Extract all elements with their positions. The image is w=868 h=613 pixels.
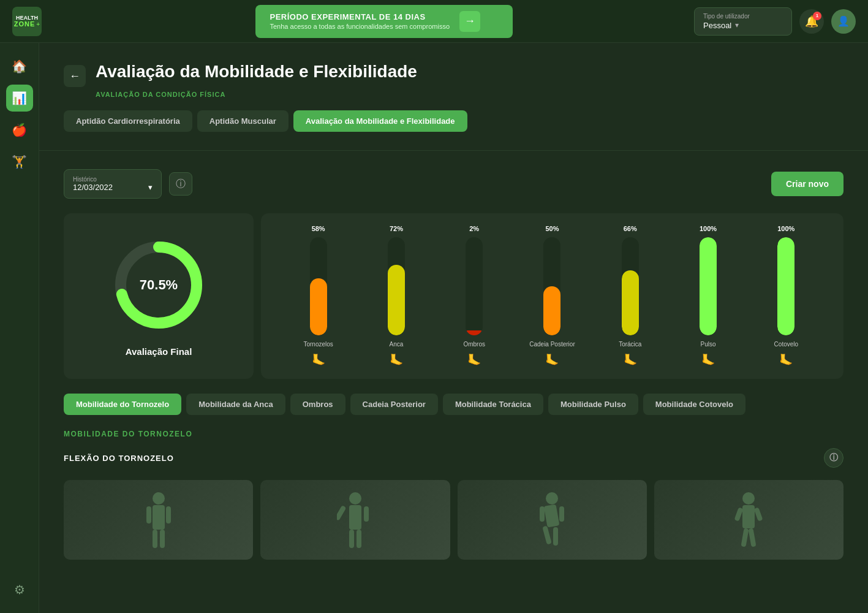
bar-col-ombros: 2% Ombros 🦶: [436, 225, 513, 367]
svg-rect-13: [357, 530, 361, 548]
svg-rect-11: [364, 506, 369, 522]
bar-icon-cotovelo: 🦶: [779, 353, 793, 367]
page-header: ← Avaliação da Mobilidade e Flexibilidad…: [64, 61, 843, 87]
bar-fill-ombros: [466, 330, 483, 335]
svg-point-8: [349, 492, 361, 504]
exercise-image-2: [260, 480, 450, 560]
bar-col-anca: 72% Anca 🦶: [357, 225, 435, 367]
notification-btn[interactable]: 🔔 1: [799, 9, 824, 34]
subsection-info-btn[interactable]: ⓘ: [824, 448, 843, 468]
logo-box: HEALTH ZONE +: [12, 7, 42, 36]
svg-rect-25: [749, 528, 757, 547]
controls-row: Histórico 12/03/2022 ▾ ⓘ Criar novo: [64, 169, 843, 199]
person-silhouette-1: [140, 489, 177, 550]
svg-point-2: [153, 492, 165, 504]
bar-pct-tornozelos: 58%: [312, 225, 325, 232]
person-silhouette-3: [534, 489, 570, 550]
page-subtitle: AVALIAÇÃO DA CONDIÇÃO FÍSICA: [96, 91, 843, 98]
sidebar-item-nutrition[interactable]: 🍎: [6, 116, 33, 143]
sidebar-item-chart[interactable]: 📊: [6, 85, 33, 112]
criar-novo-button[interactable]: Criar novo: [771, 172, 843, 196]
bar-fill-cotovelo: [777, 237, 794, 335]
bar-label-tornozelos: Tornozelos: [303, 340, 333, 348]
exercise-images: [64, 480, 843, 560]
user-avatar-btn[interactable]: 👤: [831, 9, 856, 34]
svg-rect-3: [153, 505, 165, 530]
main-layout: 🏠 📊 🍎 🏋 ⚙ ← Avaliação da Mobilidade e Fl…: [0, 43, 868, 613]
bar-icon-tornozelos: 🦶: [312, 353, 325, 367]
settings-icon: ⚙: [14, 582, 25, 597]
promo-banner[interactable]: PERÍODO EXPERIMENTAL DE 14 DIAS Tenha ac…: [255, 5, 513, 38]
bar-pct-pulso: 100%: [700, 225, 717, 232]
sidebar-item-home[interactable]: 🏠: [6, 53, 33, 80]
tab-muscular[interactable]: Aptidão Muscular: [197, 110, 289, 132]
tab-mobility[interactable]: Avaliação da Mobilidade e Flexibilidade: [293, 110, 467, 132]
promo-text: PERÍODO EXPERIMENTAL DE 14 DIAS Tenha ac…: [270, 12, 450, 30]
historico-dropdown[interactable]: Histórico 12/03/2022 ▾: [64, 169, 162, 199]
subsection-row: FLEXÃO DO TORNOZELO ⓘ: [64, 448, 843, 468]
user-icon: 👤: [837, 15, 850, 27]
bar-label-pulso: Pulso: [701, 340, 716, 348]
bar-col-tornozelos: 58% Tornozelos 🦶: [279, 225, 357, 367]
logo-text-bottom: ZONE: [14, 21, 36, 28]
bar-track-cotovelo: [777, 237, 794, 335]
exercise-image-3: [458, 480, 647, 560]
bar-label-anca: Anca: [390, 340, 404, 348]
logo: HEALTH ZONE +: [12, 7, 74, 36]
svg-rect-18: [542, 525, 551, 544]
info-button[interactable]: ⓘ: [169, 172, 192, 196]
svg-rect-6: [153, 530, 157, 548]
sidebar-item-workout[interactable]: 🏋: [6, 148, 33, 175]
bar-label-toracica: Torácica: [619, 340, 641, 348]
bar-icon-pulso: 🦶: [701, 353, 715, 367]
svg-rect-16: [540, 506, 545, 522]
bar-track-pulso: [700, 237, 717, 335]
tab-tornozelo[interactable]: Mobilidade do Tornozelo: [64, 394, 181, 415]
exercise-image-4: [654, 480, 843, 560]
svg-rect-23: [754, 507, 763, 521]
bar-icon-ombros: 🦶: [467, 353, 481, 367]
notification-badge: 1: [813, 12, 821, 20]
bar-label-cotovelo: Cotovelo: [774, 340, 798, 348]
topbar-center: PERÍODO EXPERIMENTAL DE 14 DIAS Tenha ac…: [86, 5, 682, 38]
tab-toracica[interactable]: Mobilidade Torácica: [443, 394, 543, 415]
tab-cardio[interactable]: Aptidão Cardiorrespiratória: [64, 110, 192, 132]
bar-icon-cadeia: 🦶: [545, 353, 559, 367]
bar-track-ombros: [466, 237, 483, 335]
bar-icon-toracica: 🦶: [624, 353, 637, 367]
bar-track-cadeia: [543, 237, 560, 335]
svg-rect-24: [741, 528, 749, 547]
donut-chart-card: 70.5% Avaliação Final: [64, 213, 254, 379]
tab-pulso[interactable]: Mobilidade Pulso: [548, 394, 638, 415]
secondary-tabs: Mobilidade do Tornozelo Mobilidade da An…: [64, 394, 843, 415]
bars-container: 58% Tornozelos 🦶 72% Anca 🦶 2% Ombros 🦶 …: [279, 232, 825, 367]
person-silhouette-4: [730, 489, 767, 550]
sidebar: 🏠 📊 🍎 🏋 ⚙: [0, 43, 39, 613]
back-button[interactable]: ←: [64, 65, 86, 87]
dumbbell-icon: 🏋: [12, 154, 27, 169]
chevron-down-icon: ▾: [148, 183, 153, 192]
title-block: Avaliação da Mobilidade e Flexibilidade: [96, 61, 417, 82]
tab-anca[interactable]: Mobilidade da Anca: [186, 394, 285, 415]
user-type-dropdown[interactable]: Tipo de utilizador Pessoal ▾: [694, 7, 792, 36]
tab-cadeia[interactable]: Cadeia Posterior: [350, 394, 438, 415]
donut-percentage: 70.5%: [140, 277, 178, 293]
bar-col-pulso: 100% Pulso 🦶: [669, 225, 747, 367]
svg-rect-21: [742, 505, 755, 528]
svg-point-14: [546, 492, 558, 504]
divider: [39, 150, 868, 151]
bar-col-cadeia: 50% Cadeia Posterior 🦶: [513, 225, 591, 367]
bar-fill-tornozelos: [310, 278, 327, 335]
topbar: HEALTH ZONE + PERÍODO EXPERIMENTAL DE 14…: [0, 0, 868, 43]
svg-rect-22: [734, 507, 744, 521]
promo-arrow-btn[interactable]: →: [459, 11, 480, 32]
chevron-down-icon: ▾: [735, 21, 739, 29]
tab-ombros[interactable]: Ombros: [290, 394, 345, 415]
chart-icon: 📊: [12, 91, 27, 105]
svg-rect-7: [160, 530, 165, 548]
bar-pct-cadeia: 50%: [545, 225, 559, 232]
sidebar-item-settings[interactable]: ⚙: [6, 576, 33, 603]
tab-cotovelo[interactable]: Mobilidade Cotovelo: [643, 394, 745, 415]
svg-rect-5: [166, 506, 171, 524]
bar-pct-ombros: 2%: [469, 225, 479, 232]
